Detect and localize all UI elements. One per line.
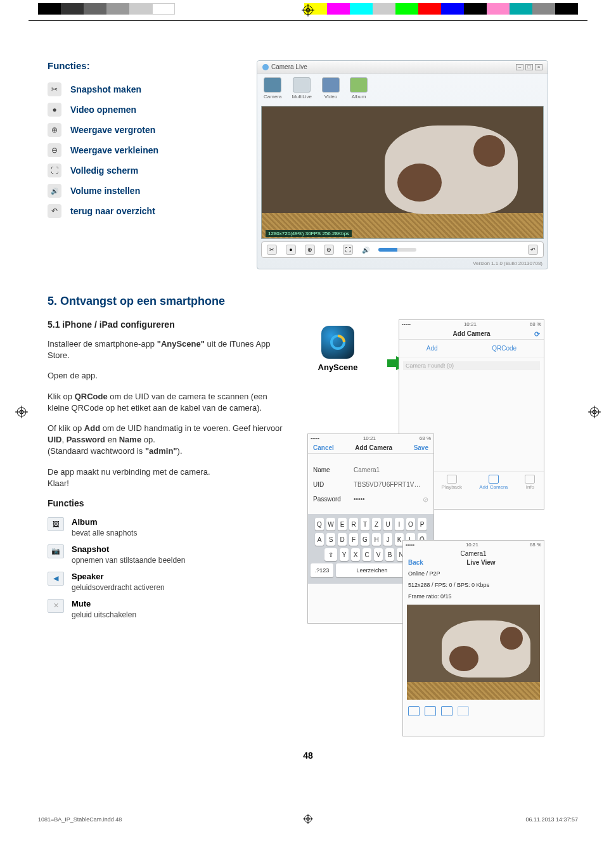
resolution-label: 512x288 / FPS: 0 / BPS: 0 Kbps xyxy=(403,579,544,591)
tab-multilive[interactable]: MultiLive xyxy=(292,77,312,100)
back-icon: ↶ xyxy=(48,204,61,218)
phone1-title: Add Camera xyxy=(453,330,491,337)
page-number: 48 xyxy=(48,750,568,761)
func-label: Volledig scherm xyxy=(70,165,138,176)
func-label: Volume instellen xyxy=(70,186,140,196)
save-link[interactable]: Save xyxy=(414,444,428,451)
tab-album[interactable]: Album xyxy=(350,77,368,100)
add-link[interactable]: Add xyxy=(427,345,438,352)
zoom-out-button[interactable]: ⊖ xyxy=(324,245,334,255)
anyscene-label: AnyScene xyxy=(314,363,362,372)
func-label: Weergave verkleinen xyxy=(70,145,158,155)
functies-heading: Functies: xyxy=(48,60,238,71)
minimize-button[interactable]: – xyxy=(516,64,523,70)
mute-button[interactable] xyxy=(458,706,469,716)
tab-video[interactable]: Video xyxy=(322,77,340,100)
name-input[interactable]: Camera1 xyxy=(354,466,428,473)
tab-camera[interactable]: Camera xyxy=(264,77,281,100)
window-titlebar: Camera Live – □ × xyxy=(257,61,548,74)
app-tabs: Camera MultiLive Video Album xyxy=(257,74,548,103)
fullscreen-icon: ⛶ xyxy=(48,164,61,177)
password-input[interactable]: ••••• xyxy=(354,496,418,504)
version-label: Version 1.1.0 (Build 20130708) xyxy=(257,259,548,269)
password-label: Password xyxy=(313,496,349,504)
record-button[interactable]: ● xyxy=(286,245,296,255)
uid-label: UID xyxy=(313,481,349,488)
name-label: Name xyxy=(313,466,349,473)
zoom-in-icon: ⊕ xyxy=(48,123,61,137)
album-icon: 🖼 xyxy=(48,517,64,531)
zoom-out-icon: ⊖ xyxy=(48,143,61,157)
func-label: Weergave vergroten xyxy=(70,125,155,135)
volume-icon: 🔊 xyxy=(48,184,61,198)
back-link[interactable]: Back xyxy=(408,559,423,566)
snapshot-button[interactable]: ✂ xyxy=(267,245,277,255)
video-preview: 1280x720(49%) 30FPS 256.28Kbps xyxy=(261,106,544,239)
print-footer: 1081=BA_IP_StableCam.indd 48 06.11.2013 … xyxy=(38,816,578,823)
snapshot-button[interactable] xyxy=(425,706,436,716)
sub-heading: 5.1 iPhone / iPad configureren xyxy=(48,319,288,330)
live-video xyxy=(407,605,540,700)
album-button[interactable] xyxy=(408,706,420,716)
speaker-button[interactable] xyxy=(441,706,452,716)
close-button[interactable]: × xyxy=(535,64,542,70)
phone2-title: Add Camera xyxy=(355,444,392,451)
speaker-icon: ◀ xyxy=(48,572,64,586)
cancel-link[interactable]: Cancel xyxy=(313,444,334,451)
functies2-heading: Functies xyxy=(48,498,288,508)
back-button[interactable]: ↶ xyxy=(528,245,538,255)
uid-input[interactable]: TBS5VD7U6FPRT1V… xyxy=(354,481,428,488)
control-bar: ✂ ● ⊕ ⊖ ⛶ 🔊 ↶ xyxy=(261,241,544,258)
record-icon: ● xyxy=(48,103,61,117)
crop-line xyxy=(29,20,587,21)
functions2-list: 🖼Albumbevat alle snaphots 📷Snapshotopnem… xyxy=(48,517,288,620)
snapshot-icon: 📷 xyxy=(48,544,64,558)
registration-mark-icon xyxy=(588,406,601,418)
maximize-button[interactable]: □ xyxy=(525,64,533,70)
app-logo-icon xyxy=(262,64,269,70)
registration-mark-icon xyxy=(303,814,313,825)
status-label: Online / P2P xyxy=(403,568,544,579)
mute-icon: ✕ xyxy=(48,599,64,613)
window-title: Camera Live xyxy=(271,63,307,70)
phone-screenshots: AnyScene •••••10:2168 % Add Camera⟳ Add … xyxy=(307,319,548,738)
phone-live-view: •••••10:2168 % Camera1 Back Live View On… xyxy=(402,540,544,736)
body-text: Installeer de smartphone-app "AnyScene" … xyxy=(48,338,288,489)
func-label: terug naar overzicht xyxy=(70,206,155,216)
section-heading: 5. Ontvangst op een smartphone xyxy=(48,295,568,308)
volume-slider[interactable] xyxy=(378,248,416,252)
footer-timestamp: 06.11.2013 14:37:57 xyxy=(525,816,578,823)
tab-playback[interactable]: Playback xyxy=(442,475,462,490)
volume-icon: 🔊 xyxy=(362,247,369,254)
func-label: Video opnemen xyxy=(70,105,136,115)
zoom-in-button[interactable]: ⊕ xyxy=(305,245,315,255)
refresh-icon[interactable]: ⟳ xyxy=(534,330,540,338)
scissors-icon: ✂ xyxy=(48,82,61,96)
camera-name: Camera1 xyxy=(403,549,544,557)
frame-ratio-label: Frame ratio: 0/15 xyxy=(403,591,544,602)
video-info-label: 1280x720(49%) 30FPS 256.28Kbps xyxy=(266,230,352,237)
live-view-title: Live View xyxy=(466,559,495,566)
tab-info[interactable]: Info xyxy=(525,475,535,490)
camera-live-window: Camera Live – □ × Camera MultiLive Video… xyxy=(257,60,548,269)
footer-filename: 1081=BA_IP_StableCam.indd 48 xyxy=(38,816,122,823)
qrcode-link[interactable]: QRCode xyxy=(492,345,517,352)
camera-found-field: Camera Found! (0) xyxy=(403,361,540,370)
func-label: Snapshot maken xyxy=(70,84,141,94)
fullscreen-button[interactable]: ⛶ xyxy=(343,245,353,255)
registration-mark-icon xyxy=(15,406,28,418)
functions-list: ✂Snapshot maken ●Video opnemen ⊕Weergave… xyxy=(48,82,238,218)
anyscene-app-icon xyxy=(321,326,354,359)
registration-mark-icon xyxy=(302,4,314,16)
tab-add-camera[interactable]: Add Camera xyxy=(479,475,508,490)
